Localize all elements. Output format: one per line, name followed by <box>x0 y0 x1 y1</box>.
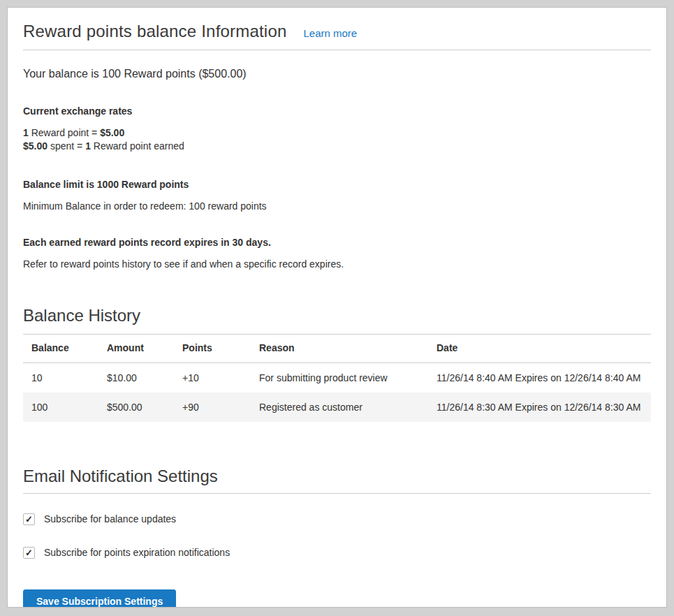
balance-limit-heading: Balance limit is 1000 Reward points <box>23 179 651 190</box>
expiration-note: Refer to reward points history to see if… <box>23 258 651 270</box>
cell-balance: 10 <box>23 362 98 393</box>
balance-updates-checkbox[interactable]: ✓ <box>23 513 35 525</box>
rate2-points: 1 <box>85 140 91 152</box>
checkmark-icon: ✓ <box>25 548 33 557</box>
cell-amount: $10.00 <box>98 362 174 393</box>
notifications-divider <box>23 493 651 494</box>
column-header-points: Points <box>174 334 251 362</box>
column-header-balance: Balance <box>23 334 98 362</box>
rate2-text: spent = <box>47 140 85 152</box>
exchange-rate-line-1: 1 Reward point = $5.00 <box>23 126 651 140</box>
save-subscription-settings-button[interactable]: Save Subscription Settings <box>23 589 176 608</box>
cell-amount: $500.00 <box>98 393 174 422</box>
rate2-text-end: Reward point earned <box>91 140 184 152</box>
cell-date: 11/26/14 8:40 AM Expires on 12/26/14 8:4… <box>428 362 651 393</box>
table-header-row: Balance Amount Points Reason Date <box>23 334 651 362</box>
cell-reason: For submitting product review <box>251 362 428 393</box>
page-header: Reward points balance Information Learn … <box>23 22 651 41</box>
cell-reason: Registered as customer <box>251 393 428 422</box>
cell-date: 11/26/14 8:30 AM Expires on 12/26/14 8:3… <box>428 393 651 422</box>
exchange-rate-line-2: $5.00 spent = 1 Reward point earned <box>23 140 651 153</box>
rate1-points: 1 <box>23 127 29 138</box>
subscribe-expiration-notifications-row: ✓ Subscribe for points expiration notifi… <box>23 547 651 559</box>
learn-more-link[interactable]: Learn more <box>303 27 357 39</box>
page-title: Reward points balance Information <box>23 22 286 41</box>
balance-summary: Your balance is 100 Reward points ($500.… <box>23 68 651 80</box>
rate1-amount: $5.00 <box>100 127 124 138</box>
cell-points: +90 <box>174 393 251 422</box>
balance-history-table: Balance Amount Points Reason Date 10 $10… <box>23 334 651 422</box>
reward-points-panel: Reward points balance Information Learn … <box>7 7 667 608</box>
balance-updates-label[interactable]: Subscribe for balance updates <box>44 513 176 525</box>
column-header-amount: Amount <box>98 334 174 362</box>
column-header-date: Date <box>428 334 651 362</box>
expiration-notifications-checkbox[interactable]: ✓ <box>23 547 35 559</box>
email-notification-settings-title: Email Notification Settings <box>23 467 651 486</box>
table-row: 10 $10.00 +10 For submitting product rev… <box>23 362 651 393</box>
exchange-rates: 1 Reward point = $5.00 $5.00 spent = 1 R… <box>23 126 651 154</box>
rate2-amount: $5.00 <box>23 140 47 152</box>
minimum-redeem-text: Minimum Balance in order to redeem: 100 … <box>23 200 651 212</box>
header-divider <box>23 50 651 50</box>
table-row: 100 $500.00 +90 Registered as customer 1… <box>23 393 651 422</box>
column-header-reason: Reason <box>251 334 428 362</box>
cell-points: +10 <box>174 362 251 393</box>
rate1-text: Reward point = <box>29 127 100 138</box>
cell-balance: 100 <box>23 393 98 422</box>
balance-history-title: Balance History <box>23 306 651 325</box>
expiration-heading: Each earned reward points record expires… <box>23 237 651 248</box>
exchange-rates-heading: Current exchange rates <box>23 105 651 117</box>
checkmark-icon: ✓ <box>25 515 33 524</box>
expiration-notifications-label[interactable]: Subscribe for points expiration notifica… <box>44 547 230 558</box>
subscribe-balance-updates-row: ✓ Subscribe for balance updates <box>23 513 651 525</box>
